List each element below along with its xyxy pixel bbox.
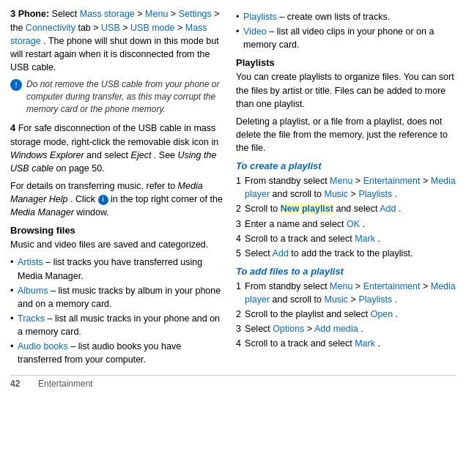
artists-text: – list tracks you have transferred using… (18, 257, 202, 280)
item-4-num: 4 (10, 122, 15, 133)
link-options-af3[interactable]: Options (273, 324, 304, 334)
link-add-cp2[interactable]: Add (380, 204, 396, 214)
link-add-media-af3[interactable]: Add media (314, 324, 358, 334)
right-bullet-list: Playlists – create own lists of tracks. … (236, 10, 456, 51)
cs4-t2: . (377, 234, 380, 244)
note-block: ! Do not remove the USB cable from your … (10, 78, 226, 115)
item-4-para2: For details on transferring music, refer… (10, 179, 226, 219)
playlists-para2: Deleting a playlist, or a file from a pl… (236, 115, 456, 155)
create-playlist-title: To create a playlist (236, 160, 456, 171)
as1-t3: > (423, 281, 431, 291)
add-step-2: 2 Scroll to the playlist and select Open… (236, 308, 456, 321)
item-4-para: 4 For safe disconnection of the USB cabl… (10, 122, 226, 175)
item-3-para: 3 Phone: Select Mass storage > Menu > Se… (10, 7, 226, 74)
playlists-section-title: Playlists (236, 57, 456, 68)
link-playlists-af1[interactable]: Playlists (358, 294, 392, 305)
page-content: 3 Phone: Select Mass storage > Menu > Se… (10, 7, 456, 371)
add-step-2-num: 2 (236, 308, 241, 321)
link-mark-cp4[interactable]: Mark (355, 234, 375, 244)
right-column: Playlists – create own lists of tracks. … (233, 7, 456, 371)
browsing-files-title: Browsing files (10, 225, 226, 236)
add-files-steps: 1 From standby select Menu > Entertainme… (236, 280, 456, 351)
link-artists[interactable]: Artists (18, 257, 43, 267)
add-step-4: 4 Scroll to a track and select Mark . (236, 337, 456, 350)
cs5-t1: Select (245, 248, 273, 259)
info-icon: i (98, 195, 108, 205)
link-audio-books[interactable]: Audio books (18, 341, 68, 352)
footer-page-number: 42 (10, 379, 32, 389)
create-step-4-num: 4 (236, 232, 241, 245)
link-music-cp1[interactable]: Music (324, 189, 348, 199)
left-column: 3 Phone: Select Mass storage > Menu > Se… (10, 7, 233, 371)
item-3-text7: > (177, 23, 185, 33)
as1-t4: and scroll to (273, 294, 325, 305)
cs1-t5: > (351, 189, 359, 199)
cs1-t1: From standby select (245, 176, 330, 186)
link-menu-1[interactable]: Menu (145, 9, 168, 19)
link-new-playlist[interactable]: New playlist (281, 204, 333, 214)
cs3-t2: . (363, 219, 365, 229)
albums-text: – list music tracks by album in your pho… (18, 286, 221, 309)
create-step-5-num: 5 (236, 247, 241, 260)
add-step-4-num: 4 (236, 337, 241, 350)
playlists-text: – create own lists of tracks. (279, 12, 390, 22)
list-item-playlists: Playlists – create own lists of tracks. (236, 10, 456, 23)
link-open-af2[interactable]: Open (371, 309, 393, 319)
as3-t2: > (307, 324, 314, 334)
cs1-t3: > (423, 176, 431, 186)
item-3-phone-label: Phone: (18, 9, 49, 19)
item-3-text6: > (122, 23, 130, 33)
link-connectivity[interactable]: Connectivity (26, 23, 75, 33)
item-3-text1: Select (52, 9, 80, 19)
browsing-files-desc: Music and video files are saved and cate… (10, 238, 226, 251)
link-entertainment-af1[interactable]: Entertainment (363, 281, 421, 291)
as3-t1: Select (245, 324, 273, 334)
video-text: – list all video clips in your phone or … (243, 26, 434, 50)
create-step-2: 2 Scroll to New playlist and select Add … (236, 202, 456, 215)
playlists-para1: You can create playlists to organize fil… (236, 70, 456, 110)
create-step-1-num: 1 (236, 174, 241, 187)
add-step-3-num: 3 (236, 322, 241, 335)
link-music-af1[interactable]: Music (324, 294, 348, 305)
create-step-4: 4 Scroll to a track and select Mark . (236, 232, 456, 245)
link-video[interactable]: Video (243, 26, 267, 37)
item-3-text8: . The phone will shut down in this mode … (10, 36, 219, 72)
item-3-text3: > (171, 9, 179, 19)
as2-t2: . (396, 309, 398, 319)
item-4-media-manager: Media Manager (10, 207, 74, 217)
item-3-text2: > (137, 9, 145, 19)
link-menu-cp1[interactable]: Menu (330, 176, 352, 186)
link-add-cp5[interactable]: Add (273, 248, 289, 259)
link-mass-storage-1[interactable]: Mass storage (80, 9, 135, 19)
link-menu-af1[interactable]: Menu (330, 281, 352, 291)
link-usb[interactable]: USB (101, 23, 120, 33)
add-step-3: 3 Select Options > Add media . (236, 322, 456, 335)
item-4-eject: Eject (131, 150, 152, 160)
item-4-text6: . Click (70, 194, 98, 204)
item-3-text5: tab > (78, 23, 101, 33)
list-item-tracks: Tracks – list all music tracks in your p… (10, 312, 226, 338)
as4-t2: . (377, 338, 380, 349)
item-4-text1: For safe disconnection of the USB cable … (10, 123, 218, 147)
item-4-text8: window. (76, 207, 108, 217)
as4-t1: Scroll to a track and select (245, 338, 355, 349)
footer-bar: 42 Entertainment (10, 375, 456, 389)
cs1-t6: . (395, 189, 397, 199)
browsing-bullet-list: Artists – list tracks you have transferr… (10, 256, 226, 366)
add-step-1-num: 1 (236, 280, 241, 293)
list-item-albums: Albums – list music tracks by album in y… (10, 284, 226, 310)
link-settings[interactable]: Settings (179, 9, 212, 19)
link-usb-mode[interactable]: USB mode (130, 23, 174, 33)
link-mark-af4[interactable]: Mark (355, 338, 375, 349)
cs3-t1: Enter a name and select (245, 219, 347, 229)
link-entertainment-cp1[interactable]: Entertainment (363, 176, 421, 186)
create-step-3-num: 3 (236, 217, 241, 231)
link-playlists[interactable]: Playlists (243, 12, 277, 22)
cs2-t3: . (399, 204, 401, 214)
item-4-text5: For details on transferring music, refer… (10, 181, 178, 191)
link-albums[interactable]: Albums (18, 286, 48, 296)
link-ok-cp3[interactable]: OK (347, 219, 360, 229)
link-tracks[interactable]: Tracks (18, 313, 45, 324)
cs1-t4: and scroll to (273, 189, 325, 199)
link-playlists-cp1[interactable]: Playlists (358, 189, 392, 199)
